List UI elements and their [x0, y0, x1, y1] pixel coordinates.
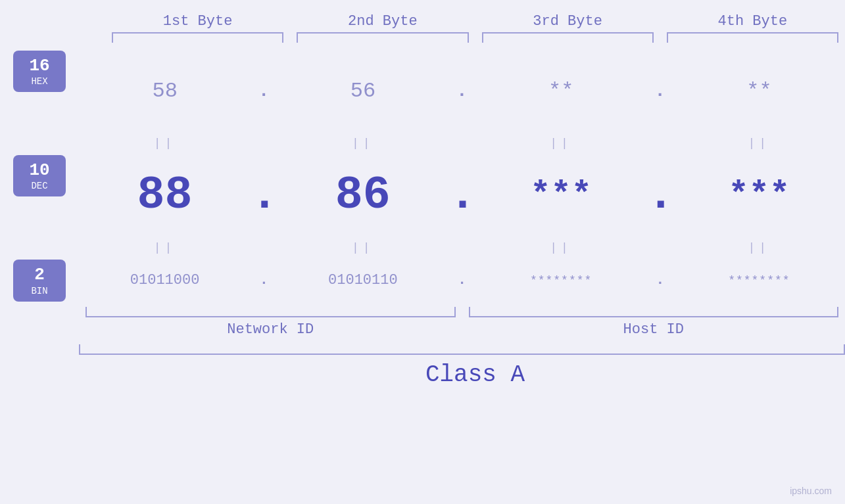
dec-badge: 10 DEC — [13, 155, 66, 196]
bracket-byte1 — [112, 32, 283, 43]
eq-row-2: || || || || — [0, 236, 845, 260]
dec-badge-cell: 10 DEC — [0, 155, 79, 236]
watermark: ipshu.com — [790, 486, 832, 496]
byte-headers: 1st Byte 2nd Byte 3rd Byte 4th Byte — [0, 0, 845, 30]
bin-badge: 2 BIN — [13, 260, 66, 301]
dec-badge-num: 10 — [21, 160, 58, 181]
host-id-label: Host ID — [462, 321, 846, 338]
eq2-byte3: || — [475, 241, 647, 254]
byte3-header: 3rd Byte — [475, 13, 660, 30]
eq2-byte2: || — [277, 241, 448, 254]
hex-badge-num: 16 — [21, 56, 58, 76]
bin-dot2: . — [449, 272, 475, 288]
byte2-header: 2nd Byte — [290, 13, 475, 30]
eq-row-1: || || || || — [0, 131, 845, 155]
byte4-header: 4th Byte — [660, 13, 845, 30]
bin-byte4: ******** — [673, 274, 845, 287]
dec-byte4: *** — [673, 176, 845, 215]
eq1-byte3: || — [475, 137, 647, 150]
eq1-byte2: || — [277, 137, 448, 150]
byte1-header: 1st Byte — [105, 13, 290, 30]
network-id-label: Network ID — [79, 321, 462, 338]
dec-byte1: 88 — [79, 170, 251, 221]
dec-dot1: . — [251, 170, 277, 221]
class-label: Class A — [0, 361, 845, 388]
hex-row-group: 16 HEX 58 . 56 . ** . ** — [0, 51, 845, 131]
hex-badge-cell: 16 HEX — [0, 51, 79, 131]
bracket-byte3 — [482, 32, 654, 43]
hex-dot3: . — [647, 81, 673, 101]
eq2-byte1: || — [79, 241, 251, 254]
dec-byte3: *** — [475, 176, 647, 215]
hex-byte4: ** — [673, 79, 845, 103]
bin-values-row: 01011000 . 01010110 . ******** . *******… — [79, 272, 845, 288]
dec-values-row: 88 . 86 . *** . *** — [79, 170, 845, 221]
eq-content-1: || || || || — [79, 137, 845, 150]
dec-byte2: 86 — [277, 170, 448, 221]
bin-badge-cell: 2 BIN — [0, 260, 79, 301]
hex-byte1: 58 — [79, 79, 251, 103]
eq1-byte4: || — [673, 137, 845, 150]
bin-byte3: ******** — [475, 274, 647, 287]
top-brackets — [0, 32, 845, 43]
hex-badge: 16 HEX — [13, 51, 66, 92]
eq2-byte4: || — [673, 241, 845, 254]
eq1-byte1: || — [79, 137, 251, 150]
dec-dot3: . — [647, 170, 673, 221]
bin-row-group: 2 BIN 01011000 . 01010110 . ******** . *… — [0, 260, 845, 301]
main-container: 1st Byte 2nd Byte 3rd Byte 4th Byte 16 H… — [0, 0, 845, 504]
id-labels: Network ID Host ID — [0, 321, 845, 338]
dec-badge-name: DEC — [21, 181, 58, 191]
bracket-byte4 — [667, 32, 838, 43]
bin-byte1: 01011000 — [79, 272, 251, 288]
dec-dot2: . — [449, 170, 475, 221]
bottom-brackets-row — [0, 307, 845, 317]
hex-badge-name: HEX — [21, 76, 58, 87]
hex-dot1: . — [251, 81, 277, 101]
hex-byte3: ** — [475, 79, 647, 103]
bin-badge-num: 2 — [21, 265, 58, 285]
class-bracket — [79, 344, 845, 355]
hex-values-row: 58 . 56 . ** . ** — [79, 79, 845, 103]
dec-row-group: 10 DEC 88 . 86 . *** . *** — [0, 155, 845, 236]
hex-byte2: 56 — [277, 79, 448, 103]
bin-dot3: . — [647, 272, 673, 288]
bin-dot1: . — [251, 272, 277, 288]
host-bracket — [469, 307, 839, 317]
eq-content-2: || || || || — [79, 241, 845, 254]
bin-badge-name: BIN — [21, 286, 58, 296]
bracket-byte2 — [297, 32, 468, 43]
hex-dot2: . — [449, 81, 475, 101]
network-bracket — [85, 307, 456, 317]
bin-byte2: 01010110 — [277, 272, 448, 288]
